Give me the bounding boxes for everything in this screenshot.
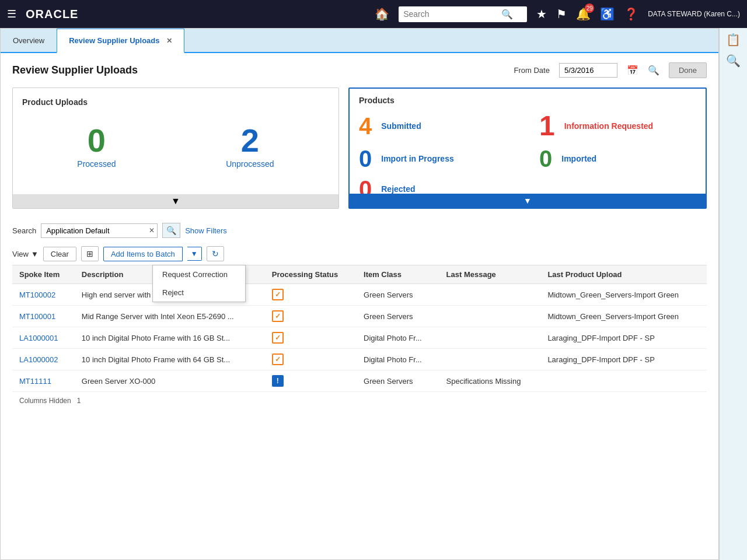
show-filters-link[interactable]: Show Filters <box>185 226 227 235</box>
search-input[interactable] <box>403 9 497 19</box>
search-icon[interactable]: 🔍 <box>501 9 513 20</box>
description-cell: 10 inch Digital Photo Frame with 16 GB S… <box>75 327 265 349</box>
status-info-icon: ! <box>272 375 284 387</box>
last-message-cell <box>439 349 541 370</box>
data-table-wrapper: Spoke Item Description Processing Status… <box>1 265 718 410</box>
submitted-label: Submitted <box>381 121 421 131</box>
spoke-item-link[interactable]: MT100002 <box>19 290 55 299</box>
view-button[interactable]: View ▼ <box>12 250 39 258</box>
add-items-button[interactable]: Add Items to Batch <box>103 247 183 261</box>
notifications-icon[interactable]: 🔔 29 <box>576 7 591 21</box>
side-search-icon[interactable]: 🔍 <box>726 54 741 68</box>
search-input-wrap: ✕ <box>41 223 158 238</box>
col-processing-status: Processing Status <box>265 265 357 284</box>
search-go-button[interactable]: 🔍 <box>162 223 180 238</box>
spoke-item-link[interactable]: MT100001 <box>19 312 55 321</box>
unprocessed-label: Unprocessed <box>226 159 274 169</box>
processed-count: 0 <box>77 124 116 157</box>
chevron-down-icon: ▼ <box>171 196 180 206</box>
product-uploads-title: Product Uploads <box>22 97 329 107</box>
tab-overview[interactable]: Overview <box>1 29 57 52</box>
favorites-icon[interactable]: ★ <box>536 7 547 21</box>
product-uploads-card: Product Uploads 0 Processed 2 Unprocesse… <box>12 88 339 209</box>
info-requested-stat: 1 Information Requested <box>539 112 696 140</box>
submitted-count: 4 <box>359 114 372 138</box>
status-check-icon: ✓ <box>272 310 284 322</box>
table-body: MT100002 High end server with SPARC M5 a… <box>12 284 707 392</box>
done-button[interactable]: Done <box>669 62 707 78</box>
last-message-cell: Specifications Missing <box>439 370 541 392</box>
help-icon[interactable]: ❓ <box>624 7 638 21</box>
products-title: Products <box>359 96 696 105</box>
rejected-label: Rejected <box>381 184 415 194</box>
description-cell: Green Server XO-000 <box>75 370 265 392</box>
import-in-progress-stat: 0 Import in Progress <box>359 147 516 170</box>
add-items-dropdown-button[interactable]: ▼ <box>187 247 202 261</box>
unprocessed-count: 2 <box>226 124 274 157</box>
status-cell: ✓ <box>265 306 357 327</box>
home-icon[interactable]: 🏠 <box>375 7 389 21</box>
spoke-item-link[interactable]: MT11111 <box>19 377 51 386</box>
from-date-label: From Date <box>514 66 550 75</box>
hamburger-icon[interactable]: ☰ <box>7 8 16 20</box>
reject-menu-item[interactable]: Reject <box>153 284 245 302</box>
toolbar: View ▼ Clear ⊞ Add Items to Batch ▼ ↻ Re… <box>1 243 718 265</box>
spoke-item-link[interactable]: LA1000002 <box>19 355 58 364</box>
cards-row: Product Uploads 0 Processed 2 Unprocesse… <box>1 83 718 218</box>
from-date-input[interactable] <box>559 63 617 78</box>
unprocessed-stat: 2 Unprocessed <box>226 124 274 169</box>
last-message-cell <box>439 306 541 327</box>
product-uploads-card-footer[interactable]: ▼ <box>13 194 338 208</box>
columns-hidden-info: Columns Hidden 1 <box>12 392 707 410</box>
top-nav: ☰ ORACLE 🏠 🔍 ★ ⚑ 🔔 29 ♿ ❓ DATA STEWARD (… <box>0 0 747 28</box>
description-cell: Mid Range Server with Intel Xeon E5-2690… <box>75 306 265 327</box>
imported-count: 0 <box>539 147 552 170</box>
search-date-icon[interactable]: 🔍 <box>648 65 659 76</box>
col-spoke-item: Spoke Item <box>12 265 75 284</box>
search-clear-button[interactable]: ✕ <box>146 224 157 237</box>
status-cell: ✓ <box>265 349 357 370</box>
imported-stat: 0 Imported <box>539 147 696 170</box>
tab-close-icon[interactable]: ✕ <box>166 37 172 45</box>
status-check-icon: ✓ <box>272 289 284 300</box>
col-item-class: Item Class <box>357 265 439 284</box>
tab-bar: Overview Review Supplier Uploads ✕ <box>1 29 718 53</box>
last-upload-cell <box>540 370 707 392</box>
submitted-stat: 4 Submitted <box>359 112 516 140</box>
status-cell: ✓ <box>265 327 357 349</box>
item-class-cell: Digital Photo Fr... <box>357 349 439 370</box>
last-upload-cell: Midtown_Green_Servers-Import Green <box>540 284 707 306</box>
user-label: DATA STEWARD (Karen C...) <box>648 10 740 18</box>
clear-button[interactable]: Clear <box>43 247 76 261</box>
import-in-progress-label: Import in Progress <box>381 154 453 163</box>
calendar-icon[interactable]: 📅 <box>627 65 638 76</box>
table-row: LA1000001 10 inch Digital Photo Frame wi… <box>12 327 707 349</box>
page-header: Review Supplier Uploads From Date 📅 🔍 Do… <box>1 53 718 83</box>
flag-icon[interactable]: ⚑ <box>556 7 567 21</box>
column-manage-button[interactable]: ⊞ <box>81 246 99 261</box>
last-message-cell <box>439 284 541 306</box>
table-row: MT100002 High end server with SPARC M5 a… <box>12 284 707 306</box>
products-card-footer[interactable]: ▼ <box>350 194 706 208</box>
notification-badge: 29 <box>585 4 594 13</box>
upload-stats: 0 Processed 2 Unprocessed <box>22 118 329 174</box>
request-correction-menu-item[interactable]: Request Correction <box>153 265 245 284</box>
accessibility-icon[interactable]: ♿ <box>600 7 615 21</box>
search-section: Search ✕ 🔍 Show Filters <box>1 218 718 243</box>
processed-stat: 0 Processed <box>77 124 116 169</box>
spoke-item-link[interactable]: LA1000001 <box>19 334 58 342</box>
report-icon[interactable]: 📋 <box>726 33 741 47</box>
last-upload-cell: Laraging_DPF-Import DPF - SP <box>540 327 707 349</box>
item-class-cell: Digital Photo Fr... <box>357 327 439 349</box>
imported-label: Imported <box>561 154 596 163</box>
status-cell: ✓ <box>265 284 357 306</box>
search-field[interactable] <box>41 224 146 237</box>
item-class-cell: Green Servers <box>357 306 439 327</box>
last-upload-cell: Laraging_DPF-Import DPF - SP <box>540 349 707 370</box>
products-chevron-icon: ▼ <box>523 196 532 205</box>
tab-review-supplier-uploads[interactable]: Review Supplier Uploads ✕ <box>57 29 184 53</box>
refresh-button[interactable]: ↻ <box>207 246 224 261</box>
table-header-row: Spoke Item Description Processing Status… <box>12 265 707 284</box>
item-class-cell: Green Servers <box>357 284 439 306</box>
data-table: Spoke Item Description Processing Status… <box>12 265 707 392</box>
